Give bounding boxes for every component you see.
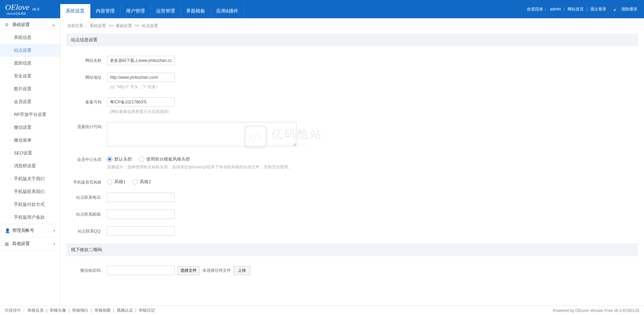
label-wechat-pay: 微信收款码: <box>66 266 107 273</box>
tab-apps-plugins[interactable]: 应用&插件 <box>211 4 244 18</box>
label-qq: 站点联系QQ: <box>66 226 107 234</box>
sidebar-item-site-settings[interactable]: ›站点设置 <box>0 44 60 57</box>
chevron-right-icon: › <box>10 203 11 207</box>
chevron-right-icon: › <box>10 216 11 219</box>
label-phone: 站点联系电话: <box>66 193 107 200</box>
top-header: OElove OElove交友系统 v6.0 系统设置 内容管理 用户管理 运营… <box>0 0 644 18</box>
sidebar-item-image[interactable]: ›图片设置 <box>0 82 60 95</box>
chevron-right-icon: › <box>10 113 11 117</box>
sidebar-item-footer-info[interactable]: ›底部信息 <box>0 57 60 70</box>
breadcrumb: 当前位置： 系统设置 >> 基础设置 >> 站点设置 <box>66 18 638 33</box>
side-group-label: 管理员帐号 <box>12 227 34 234</box>
chevron-down-icon: ▾ <box>53 229 55 233</box>
sidebar-item-wechat[interactable]: ›微信设置 <box>0 121 60 134</box>
version-label: v6.0 <box>32 7 39 11</box>
sidebar-item-security[interactable]: ›安全设置 <box>0 70 60 82</box>
sidebar-item-rp-platform[interactable]: ›RP开放平台设置 <box>0 108 60 121</box>
side-group-label: 基础设置 <box>12 22 30 28</box>
logo-text: OElove <box>5 3 29 11</box>
chevron-right-icon: › <box>10 100 11 104</box>
header-right: 欢迎回来： admin | 网站首页 | 退出登录 🧹 清除缓存 <box>527 6 644 12</box>
logo-subtitle: OElove交友系统 <box>6 12 29 16</box>
qq-input[interactable] <box>107 226 175 236</box>
chevron-right-icon: › <box>10 177 11 181</box>
logout-link[interactable]: 退出登录 <box>590 6 606 12</box>
label-email: 站点联系邮箱: <box>66 210 107 217</box>
label-mobile-style: 手机版首页风格 <box>66 177 107 185</box>
chevron-right-icon: › <box>10 139 11 142</box>
hint-icp: （网站备案信息将显示在页面底部） <box>107 109 638 115</box>
chevron-down-icon: ▾ <box>53 242 55 246</box>
grid-icon: ▦ <box>5 241 9 246</box>
sidebar-item-msgbox[interactable]: ›消息框设置 <box>0 160 60 172</box>
chevron-right-icon: › <box>10 190 11 194</box>
radio-icon <box>107 179 112 185</box>
sidebar-item-mobile-about[interactable]: ›手机版关于我们 <box>0 172 60 185</box>
chevron-right-icon: › <box>10 62 11 65</box>
radio-template-head[interactable]: 使用前台模板风格头部 <box>139 156 190 162</box>
welcome-text: 欢迎回来： <box>527 6 547 12</box>
chevron-right-icon: › <box>10 36 11 40</box>
sidebar-item-mobile-payment[interactable]: ›手机版付款方式 <box>0 198 60 211</box>
tab-user-mgmt[interactable]: 用户管理 <box>120 4 151 18</box>
hint-member-head: 温馨提示：选择使用前台风格头部，必须保证tpl/usercp/目录下有当前风格的… <box>107 164 638 170</box>
chevron-up-icon: ▲ <box>52 23 55 27</box>
admin-link[interactable]: admin <box>550 7 561 11</box>
gear-icon: ⚙ <box>5 22 9 27</box>
chevron-right-icon: › <box>10 151 11 155</box>
side-group-admin[interactable]: 👤 管理员帐号 ▾ <box>0 224 60 237</box>
label-stats: 流量统计代码 <box>66 122 107 130</box>
radio-style1[interactable]: 风格1 <box>107 179 126 185</box>
chevron-right-icon: › <box>10 49 11 52</box>
side-group-label: 其他设置 <box>12 241 30 247</box>
file-status-text: 未选择任何文件 <box>202 268 231 273</box>
site-name-input[interactable] <box>107 56 175 65</box>
tab-operations[interactable]: 运营管理 <box>151 4 181 18</box>
main-content: 当前位置： 系统设置 >> 基础设置 >> 站点设置 站点信息设置 网站名称 网… <box>60 18 644 306</box>
email-input[interactable] <box>107 210 175 219</box>
chevron-right-icon: › <box>10 126 11 129</box>
side-group-basic[interactable]: ⚙ 基础设置 ▲ <box>0 18 60 31</box>
label-site-url: 网站地址 <box>66 73 107 80</box>
icp-input[interactable] <box>107 97 175 107</box>
section-site-info: 站点信息设置 <box>66 33 638 46</box>
phone-input[interactable] <box>107 193 175 202</box>
wechat-pay-input[interactable] <box>107 266 175 275</box>
radio-default-head[interactable]: 默认头部 <box>107 156 132 162</box>
site-url-input[interactable] <box>107 73 175 82</box>
tab-system-settings[interactable]: 系统设置 <box>60 4 90 18</box>
chevron-right-icon: › <box>10 87 11 91</box>
sidebar-item-system-info[interactable]: ›系统信息 <box>0 31 60 44</box>
sidebar-item-mobile-contact[interactable]: ›手机版联系我们 <box>0 185 60 198</box>
label-site-name: 网站名称 <box>66 56 107 64</box>
radio-style2[interactable]: 风格2 <box>132 179 151 185</box>
sidebar-item-member[interactable]: ›会员设置 <box>0 95 60 108</box>
label-member-head: 会员中心头部 <box>66 155 107 163</box>
clear-cache-link[interactable]: 清除缓存 <box>621 6 637 12</box>
radio-icon <box>139 156 144 162</box>
upload-button[interactable]: 上传 <box>234 266 250 275</box>
stats-textarea[interactable] <box>107 122 296 146</box>
hint-site-url: （以 "http://" 开头，"/" 结束） <box>107 84 638 90</box>
label-icp: 备案号码 <box>66 97 107 105</box>
section-qr-code: 线下收款二维码 <box>66 243 638 256</box>
sidebar-item-seo[interactable]: ›SEO设置 <box>0 147 60 160</box>
user-icon: 👤 <box>5 228 9 233</box>
choose-file-button[interactable]: 选择文件 <box>177 266 200 275</box>
side-group-other[interactable]: ▦ 其他设置 ▾ <box>0 237 60 250</box>
radio-icon <box>107 156 112 162</box>
main-nav: 系统设置 内容管理 用户管理 运营管理 界面模板 应用&插件 <box>60 0 244 18</box>
sidebar-item-wechat-menu[interactable]: ›微信菜单 <box>0 134 60 147</box>
chevron-right-icon: › <box>10 164 11 168</box>
sidebar: ⚙ 基础设置 ▲ ›系统信息 ›站点设置 ›底部信息 ›安全设置 ›图片设置 ›… <box>0 18 60 306</box>
tab-templates[interactable]: 界面模板 <box>181 4 211 18</box>
radio-icon <box>132 179 138 185</box>
tab-content-mgmt[interactable]: 内容管理 <box>90 4 120 18</box>
chevron-right-icon: › <box>10 74 11 78</box>
logo: OElove OElove交友系统 v6.0 <box>0 3 60 16</box>
broom-icon: 🧹 <box>613 7 618 11</box>
sidebar-item-mobile-terms[interactable]: ›手机版用户条款 <box>0 211 60 224</box>
home-link[interactable]: 网站首页 <box>568 6 584 12</box>
